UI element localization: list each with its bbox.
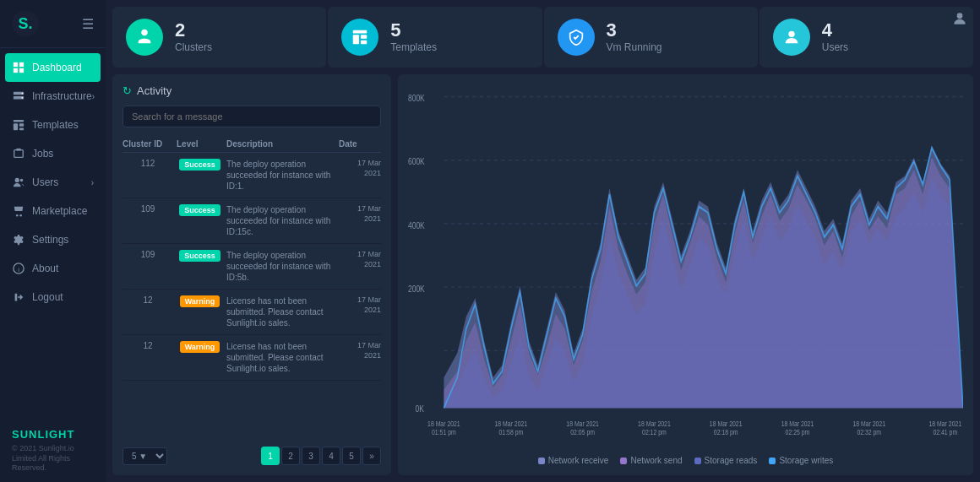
- table-row: 109 Success The deploy operation succeed…: [122, 198, 381, 244]
- cluster-id: 109: [122, 250, 173, 259]
- sidebar-nav: Dashboard Infrastructure › Templates Job…: [0, 48, 106, 420]
- clusters-info: 2 Clusters: [175, 21, 212, 53]
- sidebar-item-about[interactable]: i About: [0, 254, 106, 283]
- date: 17 Mar 2021: [339, 159, 381, 178]
- user-account-icon[interactable]: [951, 10, 968, 30]
- sidebar-item-settings[interactable]: Settings: [0, 225, 106, 254]
- legend-item-storage-writes: Storage writes: [769, 456, 833, 465]
- svg-text:01:58 pm: 01:58 pm: [499, 428, 524, 436]
- svg-rect-23: [361, 41, 367, 45]
- svg-text:18 Mar 2021: 18 Mar 2021: [781, 420, 814, 428]
- users-icon-circle: [773, 19, 810, 56]
- sidebar-item-label: Marketplace: [32, 205, 87, 217]
- table-row: 109 Success The deploy operation succeed…: [122, 244, 381, 290]
- table-row: 12 Warning License has not been submitte…: [122, 335, 381, 381]
- sidebar-item-marketplace[interactable]: Marketplace: [0, 197, 106, 225]
- page-btn-3[interactable]: 3: [302, 447, 320, 465]
- template-icon: [12, 118, 25, 132]
- svg-text:18 Mar 2021: 18 Mar 2021: [638, 420, 671, 428]
- vm-label: Vm Running: [607, 41, 662, 53]
- logo-icon: S.: [12, 10, 39, 37]
- svg-point-6: [22, 93, 24, 95]
- server-icon: [12, 89, 25, 103]
- page-btn-next[interactable]: »: [362, 447, 381, 465]
- legend-item-network-send: Network send: [620, 456, 682, 465]
- legend-item-storage-reads: Storage reads: [694, 456, 758, 465]
- users-info: 4 Users: [822, 21, 848, 53]
- col-date: Date: [339, 139, 381, 149]
- description: The deploy operation succeeded for insta…: [226, 204, 335, 237]
- chart-svg: 800K 600K 400K 200K 0K 18 Mar 2021 0: [408, 84, 963, 451]
- svg-rect-9: [14, 123, 18, 130]
- sidebar-item-infrastructure[interactable]: Infrastructure ›: [0, 82, 106, 111]
- table-rows: 112 Success The deploy operation succeed…: [122, 153, 381, 440]
- chart-legend: Network receive Network send Storage rea…: [408, 456, 963, 465]
- legend-dot: [538, 458, 545, 464]
- svg-text:i: i: [18, 266, 19, 273]
- legend-label: Storage writes: [779, 456, 833, 465]
- vm-info: 3 Vm Running: [607, 21, 662, 53]
- cluster-id: 109: [122, 204, 173, 214]
- svg-rect-0: [14, 62, 18, 67]
- grid-icon: [12, 61, 25, 74]
- description: License has not been submitted. Please c…: [226, 295, 335, 328]
- date: 17 Mar 2021: [339, 295, 381, 315]
- page-btn-1[interactable]: 1: [261, 447, 280, 465]
- templates-icon-circle: [341, 19, 378, 56]
- sidebar-footer: SUNLIGHT © 2021 Sunlight.io Limited All …: [0, 420, 106, 482]
- legend-dot: [769, 458, 776, 464]
- col-cluster-id: Cluster ID: [122, 139, 173, 149]
- sidebar-item-label: Jobs: [32, 148, 53, 160]
- vm-icon-circle: [558, 19, 595, 56]
- date: 17 Mar 2021: [339, 250, 381, 269]
- chart-area: 800K 600K 400K 200K 0K 18 Mar 2021 0: [408, 84, 963, 451]
- svg-text:02:12 pm: 02:12 pm: [642, 428, 667, 436]
- level-badge: Success: [177, 204, 223, 216]
- about-icon: i: [12, 262, 25, 275]
- legend-dot: [620, 458, 627, 464]
- clusters-number: 2: [175, 21, 212, 40]
- legend-item-network-receive: Network receive: [538, 456, 609, 465]
- sidebar-item-dashboard[interactable]: Dashboard: [5, 53, 101, 82]
- svg-text:18 Mar 2021: 18 Mar 2021: [928, 420, 961, 428]
- table-row: 12 Warning License has not been submitte…: [122, 290, 381, 335]
- clusters-icon-circle: [126, 19, 163, 56]
- svg-rect-21: [353, 35, 359, 44]
- page-btn-5[interactable]: 5: [342, 447, 361, 465]
- hamburger-icon[interactable]: ☰: [82, 16, 94, 32]
- sidebar-item-jobs[interactable]: Jobs: [0, 139, 106, 168]
- description: The deploy operation succeeded for insta…: [226, 250, 335, 283]
- sidebar-item-logout[interactable]: Logout: [0, 283, 106, 311]
- page-btn-4[interactable]: 4: [322, 447, 340, 465]
- sidebar-item-templates[interactable]: Templates: [0, 111, 106, 139]
- chart-panel: 800K 600K 400K 200K 0K 18 Mar 2021 0: [398, 74, 973, 475]
- svg-rect-11: [19, 128, 24, 131]
- svg-point-15: [16, 214, 19, 217]
- col-level: Level: [177, 139, 223, 149]
- svg-text:18 Mar 2021: 18 Mar 2021: [495, 420, 528, 428]
- templates-info: 5 Templates: [390, 21, 437, 53]
- sidebar-logo: S. ☰: [0, 0, 106, 48]
- stat-card-clusters: 2 Clusters: [112, 7, 326, 68]
- level-badge: Warning: [177, 341, 223, 353]
- per-page-select[interactable]: 5 ▼ 10 25: [122, 447, 167, 465]
- svg-text:200K: 200K: [408, 284, 425, 295]
- table-footer: 5 ▼ 10 25 1 2 3 4 5 »: [122, 447, 381, 465]
- page-btn-2[interactable]: 2: [281, 447, 300, 465]
- col-description: Description: [226, 139, 335, 149]
- chevron-right-icon: ›: [92, 92, 95, 101]
- date: 17 Mar 2021: [339, 341, 381, 360]
- sidebar: S. ☰ Dashboard Infrastructure › Template…: [0, 0, 106, 482]
- logo-text: S.: [18, 15, 32, 33]
- users-icon: [12, 176, 25, 189]
- svg-rect-1: [19, 62, 24, 67]
- svg-text:02:32 pm: 02:32 pm: [857, 428, 881, 436]
- level-badge: Success: [177, 159, 223, 171]
- templates-label: Templates: [390, 41, 437, 53]
- sidebar-item-label: Settings: [32, 234, 68, 246]
- sidebar-item-users[interactable]: Users ›: [0, 168, 106, 197]
- users-label: Users: [822, 41, 848, 53]
- stat-card-users: 4 Users: [760, 7, 973, 68]
- table-row: 112 Success The deploy operation succeed…: [122, 153, 381, 198]
- search-input[interactable]: [122, 106, 381, 127]
